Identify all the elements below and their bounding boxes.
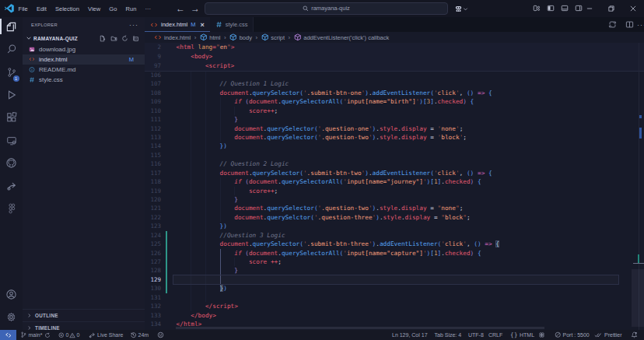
search-icon[interactable]: [0, 40, 23, 58]
line-number: 126: [145, 249, 161, 258]
file-readme-md[interactable]: README.md: [23, 65, 145, 75]
close-button[interactable]: [622, 0, 644, 17]
nav-back-icon[interactable]: ←: [176, 3, 185, 14]
refresh-icon[interactable]: [121, 35, 128, 42]
breadcrumb-item[interactable]: body: [229, 33, 252, 41]
code-line-2: 2<html lang="en">: [145, 43, 644, 52]
explorer-more-actions-icon[interactable]: ···: [129, 21, 138, 29]
overview-ruler-mark: [639, 115, 642, 118]
live-share-icon[interactable]: [0, 177, 23, 195]
status-label: Port : 5500: [563, 332, 590, 338]
code-line-113: 113document.querySelector('.question-two…: [145, 133, 644, 142]
status-bar: main*00Live Share24m Ln 129, Col 17Tab S…: [0, 330, 644, 340]
scrollbar-thumb[interactable]: [632, 269, 644, 327]
menu-file[interactable]: File: [14, 5, 32, 12]
horizontal-scrollbar-thumb[interactable]: [176, 327, 544, 330]
tab-style-css[interactable]: style.css: [210, 17, 254, 32]
menu-selection[interactable]: Selection: [51, 5, 83, 12]
status-ln-129--col-17[interactable]: Ln 129, Col 17: [392, 330, 428, 340]
line-number: 111: [145, 115, 161, 124]
split-editor-icon[interactable]: [625, 20, 634, 29]
line-number: 133: [145, 311, 161, 320]
code-text: }: [177, 195, 238, 204]
code-line-110: 110score++;: [145, 107, 644, 115]
settings-gear-icon[interactable]: [0, 307, 23, 326]
sticky-scroll: 2<html lang="en">9<body>97<script>: [145, 43, 644, 72]
explorer-icon[interactable]: [0, 17, 23, 36]
open-changes-icon[interactable]: [608, 20, 617, 29]
status-warnings-icon[interactable]: 0: [69, 330, 80, 340]
minimize-button[interactable]: [579, 0, 600, 17]
status-live-share-status-icon[interactable]: Live Share: [89, 330, 123, 340]
file-style-css[interactable]: style.css: [23, 75, 145, 85]
status-prettier[interactable]: Prettier: [594, 330, 622, 340]
line-number: 114: [145, 142, 161, 150]
breadcrumb-item[interactable]: html: [200, 33, 221, 41]
menu-go[interactable]: Go: [105, 5, 121, 12]
status-sync-icon[interactable]: [44, 330, 51, 340]
file-download-jpg[interactable]: download.jpg: [23, 44, 145, 54]
status-history-icon[interactable]: 24m: [130, 330, 149, 340]
github-icon[interactable]: [0, 154, 23, 173]
line-number: 119: [145, 187, 161, 195]
status-copilot-icon[interactable]: [538, 330, 545, 340]
remote-indicator[interactable]: [0, 330, 16, 340]
new-folder-icon[interactable]: [110, 35, 117, 42]
copilot-titlebar-button[interactable]: [454, 3, 470, 14]
run-debug-icon[interactable]: [0, 86, 23, 104]
file-index-html[interactable]: index.htmlM: [23, 54, 145, 65]
tab-index-html[interactable]: index.htmlM×: [145, 17, 210, 32]
source-control-icon[interactable]: 1: [0, 63, 23, 82]
code-text: // Question 2 Logic: [177, 159, 289, 168]
breadcrumb-item[interactable]: index.html: [154, 33, 191, 41]
line-number: 9: [145, 52, 161, 61]
circle-slash-icon: [555, 331, 562, 338]
customize-layout-icon[interactable]: [533, 4, 541, 12]
status-bell-icon[interactable]: [631, 330, 638, 340]
tab-close-icon[interactable]: ×: [200, 21, 204, 29]
status-feedback-smiley-icon[interactable]: [157, 330, 164, 340]
breadcrumb-item[interactable]: addEventListener('click') callback: [294, 33, 390, 41]
status-html[interactable]: {}HTML: [510, 330, 534, 340]
nav-forward-icon[interactable]: →: [191, 3, 200, 14]
new-file-icon[interactable]: [99, 35, 106, 42]
breadcrumb-item[interactable]: script: [261, 33, 285, 41]
account-icon[interactable]: [0, 286, 23, 304]
html-file-icon: [150, 21, 158, 29]
code-line-130: 130}): [145, 284, 644, 293]
code-text: document.querySelctor('.question-three')…: [177, 213, 471, 222]
explorer-title: EXPLORER: [31, 23, 58, 27]
status-git-branch-icon[interactable]: main*: [20, 330, 42, 340]
menu-view[interactable]: View: [83, 5, 104, 12]
panel-outline[interactable]: OUTLINE: [23, 309, 145, 322]
code-editor[interactable]: 106107// Question 1 Logic108document.que…: [145, 43, 644, 330]
code-text: document.querySelector('.question-two').…: [177, 204, 464, 212]
status-port---5500[interactable]: Port : 5500: [555, 330, 590, 340]
editor-more-actions-icon[interactable]: ···: [637, 21, 644, 29]
status-crlf[interactable]: CRLF: [488, 330, 502, 340]
status-utf-8[interactable]: UTF-8: [468, 330, 484, 340]
menu-[interactable]: ···: [141, 5, 156, 12]
extensions-icon[interactable]: [0, 108, 23, 127]
status-tab-size--4[interactable]: Tab Size: 4: [435, 330, 462, 340]
code-text: score++;: [177, 107, 278, 115]
collapse-folders-icon[interactable]: [132, 35, 139, 42]
file-label: index.html: [39, 56, 67, 63]
line-number: 112: [145, 124, 161, 133]
toggle-panel-icon[interactable]: [561, 4, 569, 12]
project-folder-row[interactable]: RAMAYANA-QUIZ: [23, 33, 145, 44]
remote-explorer-icon[interactable]: [0, 131, 23, 150]
menu-run[interactable]: Run: [121, 5, 141, 12]
status-errors-icon[interactable]: 0: [58, 330, 68, 340]
menu-edit[interactable]: Edit: [32, 5, 51, 12]
toggle-sidebar-icon[interactable]: [547, 4, 555, 12]
line-number: 121: [145, 204, 161, 212]
status-label: Ln 129, Col 17: [392, 332, 428, 338]
copilot-icon: [538, 331, 545, 338]
search-input[interactable]: ramayana-quiz: [205, 2, 448, 15]
restore-button[interactable]: [600, 0, 622, 17]
figma-icon[interactable]: [0, 199, 23, 218]
tab-bar: index.htmlM×style.css: [145, 17, 644, 32]
code-line-115: 115: [145, 151, 644, 159]
warnings-icon: [69, 332, 75, 338]
